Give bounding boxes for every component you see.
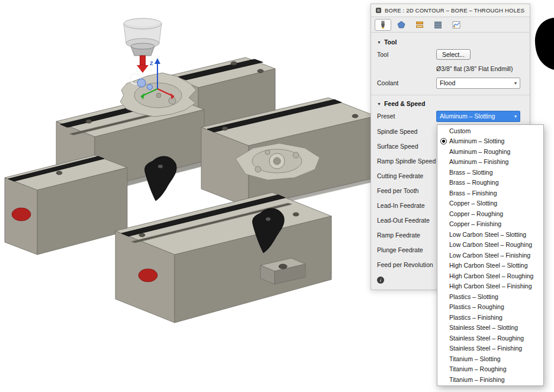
preset-menu-item-label: Brass – Roughing [449, 179, 498, 186]
feed-field-label: Lead-Out Feedrate [377, 217, 436, 224]
preset-menu-item[interactable]: Aluminum – Roughing [437, 146, 543, 157]
preset-menu-item-label: Low Carbon Steel – Slotting [449, 231, 526, 238]
preset-menu-item-label: Aluminum – Finishing [449, 158, 508, 165]
preset-menu-item[interactable]: Plastics – Roughing [437, 302, 543, 313]
tool-tab-icon [378, 21, 388, 29]
feed-field-label: Lead-In Feedrate [377, 202, 436, 209]
tab-geometry[interactable] [393, 19, 410, 31]
preset-menu-item-label: Low Carbon Steel – Roughing [449, 241, 532, 248]
operation-icon [376, 8, 381, 13]
lever-pin-upper [158, 165, 163, 168]
linking-tab-icon [452, 21, 461, 29]
preset-label: Preset [377, 113, 436, 120]
preset-menu-item[interactable]: Aluminum – Finishing [437, 157, 543, 168]
preset-menu-item[interactable]: Stainless Steel – Roughing [437, 333, 543, 343]
tab-linking[interactable] [448, 19, 465, 31]
tab-passes[interactable] [430, 19, 446, 31]
dialog-tabbar [371, 17, 530, 33]
clamp-lever-upper [145, 156, 176, 201]
preset-menu-item-label: Brass – Slotting [449, 169, 493, 176]
feed-field-label: Surface Speed [377, 143, 436, 150]
preset-menu-item[interactable]: Plastics – Slotting [437, 291, 543, 302]
preset-menu-item[interactable]: Copper – Finishing [437, 219, 543, 230]
axis-z-label: Z [150, 60, 153, 66]
preset-menu-item-label: Stainless Steel – Finishing [449, 345, 522, 352]
tool-direction-arrow [137, 65, 149, 73]
preset-menu-item-label: Copper – Roughing [449, 210, 503, 217]
preset-menu-item-label: Aluminum – Slotting [449, 137, 504, 144]
preset-menu-item[interactable]: Aluminum – Slotting [437, 136, 543, 147]
preset-menu-item[interactable]: Copper – Slotting [437, 198, 543, 209]
coolant-dropdown[interactable]: Flood ▾ [436, 78, 520, 89]
preset-menu-item[interactable]: High Carbon Steel – Finishing [437, 281, 543, 292]
screen-artifact [535, 18, 554, 70]
section-tool-label: Tool [384, 38, 397, 46]
preset-menu-item[interactable]: High Carbon Steel – Roughing [437, 271, 543, 281]
disclosure-triangle-icon: ▼ [377, 40, 381, 44]
preset-menu-item-label: Stainless Steel – Slotting [449, 324, 518, 331]
preset-menu-item-label: Custom [449, 127, 471, 134]
preset-menu-item[interactable]: Low Carbon Steel – Roughing [437, 240, 543, 250]
preset-menu-item-label: Brass – Finishing [449, 189, 497, 197]
red-marker-left [12, 208, 31, 221]
feed-field-label: Plunge Feedrate [377, 246, 436, 253]
preset-menu-item-label: Plastics – Finishing [449, 314, 503, 321]
section-feed-header[interactable]: ▼ Feed & Speed [377, 99, 524, 108]
section-tool-header[interactable]: ▼ Tool [377, 37, 524, 47]
preset-menu-item-label: High Carbon Steel – Finishing [449, 282, 532, 290]
preset-menu-item[interactable]: Brass – Roughing [437, 178, 543, 188]
preset-menu-item[interactable]: High Carbon Steel – Slotting [437, 261, 543, 271]
preset-row: Preset Aluminum – Slotting ▾ [377, 108, 524, 124]
tool-description: Ø3/8" flat (3/8" Flat Endmill) [377, 62, 524, 75]
preset-menu-item[interactable]: Stainless Steel – Slotting [437, 323, 543, 333]
preset-dropdown[interactable]: Aluminum – Slotting ▾ [436, 111, 520, 122]
tool-holder [124, 18, 162, 29]
preset-menu-item-label: Copper – Slotting [449, 200, 497, 207]
preset-menu-item-label: Titanium – Slotting [449, 355, 501, 362]
caret-down-icon: ▾ [514, 81, 517, 86]
tab-tool[interactable] [375, 19, 391, 31]
feed-field-label: Ramp Feedrate [377, 232, 436, 239]
feed-field-label: Spindle Speed [377, 128, 436, 135]
disclosure-triangle-icon: ▼ [377, 102, 381, 106]
heights-tab-icon [415, 21, 424, 29]
preset-menu: CustomAluminum – SlottingAluminum – Roug… [437, 124, 544, 386]
preset-menu-item[interactable]: Stainless Steel – Finishing [437, 343, 543, 354]
passes-tab-icon [433, 21, 443, 29]
preset-menu-item[interactable]: Custom [437, 126, 543, 136]
lever-pin-lower [266, 217, 270, 221]
preset-menu-item[interactable]: Titanium – Roughing [437, 364, 543, 375]
vise-block-far-left [5, 155, 127, 255]
tool-shank [140, 56, 146, 65]
geometry-tab-icon [397, 21, 406, 29]
tool-select-button[interactable]: Select... [436, 49, 471, 60]
dialog-header[interactable]: BORE : 2D CONTOUR – BORE – THROUGH HOLES [371, 4, 530, 17]
info-icon[interactable]: i [377, 277, 384, 284]
preset-menu-item[interactable]: Plastics – Finishing [437, 312, 543, 323]
preset-menu-item[interactable]: Titanium – Finishing [437, 374, 543, 385]
preset-menu-item-label: Titanium – Finishing [449, 376, 505, 383]
preset-menu-item-label: High Carbon Steel – Slotting [449, 262, 528, 269]
preset-menu-item[interactable]: Copper – Roughing [437, 208, 543, 219]
vise-block-bottom [115, 192, 331, 323]
tool-label: Tool [377, 51, 436, 58]
radio-selected-icon [437, 138, 449, 144]
preset-menu-item[interactable]: Brass – Finishing [437, 188, 543, 198]
cutting-tool [124, 18, 162, 73]
preset-menu-item[interactable]: Low Carbon Steel – Slotting [437, 229, 543, 240]
preset-menu-item-label: Plastics – Roughing [449, 303, 504, 310]
preset-menu-item-label: Stainless Steel – Roughing [449, 335, 524, 342]
preset-menu-item-label: Copper – Finishing [449, 220, 501, 227]
red-marker-bottom [138, 269, 157, 282]
tab-heights[interactable] [411, 19, 428, 31]
preset-menu-item-label: High Carbon Steel – Roughing [449, 272, 533, 279]
preset-menu-item[interactable]: Low Carbon Steel – Finishing [437, 250, 543, 261]
caret-down-icon: ▾ [514, 114, 517, 119]
preset-menu-item-label: Aluminum – Roughing [449, 148, 510, 155]
preset-menu-item[interactable]: Brass – Slotting [437, 167, 543, 178]
coolant-value: Flood [440, 79, 455, 86]
section-feed-label: Feed & Speed [384, 100, 425, 107]
feed-field-label: Feed per Revolution [377, 261, 436, 268]
section-divider [371, 95, 530, 95]
preset-menu-item[interactable]: Titanium – Slotting [437, 354, 543, 364]
